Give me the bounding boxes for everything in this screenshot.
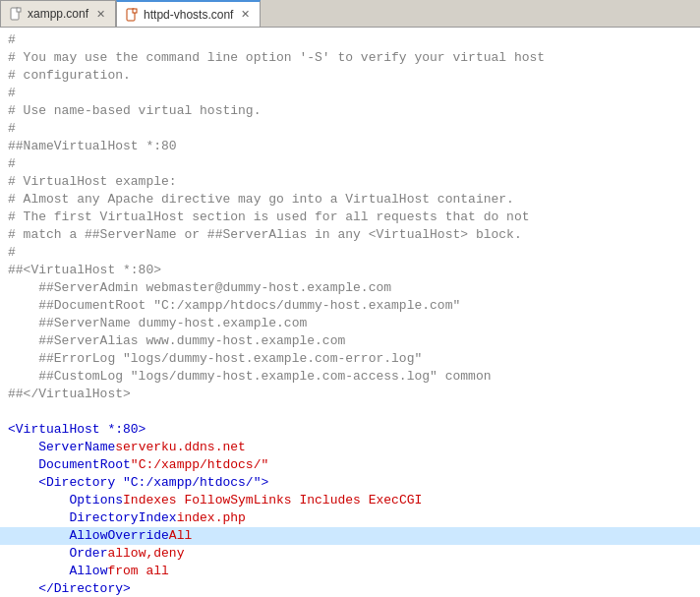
code-line: </Directory>	[0, 580, 700, 597]
file-icon-active	[125, 8, 139, 22]
code-line: AllowOverride All	[0, 527, 700, 545]
code-line: # Almost any Apache directive may go int…	[0, 191, 700, 209]
code-line: # Use name-based virtual hosting.	[0, 102, 700, 120]
code-line	[0, 403, 700, 421]
code-line: DirectoryIndex index.php	[0, 509, 700, 527]
svg-rect-3	[133, 9, 137, 13]
code-line: <VirtualHost *:80>	[0, 421, 700, 439]
tab-xampp-conf-label: xampp.conf	[28, 7, 88, 21]
code-line: ##ServerName dummy-host.example.com	[0, 315, 700, 332]
code-line: Options Indexes FollowSymLinks Includes …	[0, 492, 700, 509]
code-line: # VirtualHost example:	[0, 173, 700, 191]
code-line: <Directory "C:/xampp/htdocs/">	[0, 474, 700, 492]
code-line: ##ServerAlias www.dummy-host.example.com	[0, 332, 700, 350]
code-line: ##ErrorLog "logs/dummy-host.example.com-…	[0, 350, 700, 368]
tab-xampp-conf-close[interactable]: ✕	[93, 7, 107, 21]
code-line: # match a ##ServerName or ##ServerAlias …	[0, 226, 700, 244]
code-line: Order allow,deny	[0, 545, 700, 563]
code-editor[interactable]: ## You may use the command line option '…	[0, 28, 700, 597]
code-line: # configuration.	[0, 67, 700, 85]
tab-bar: xampp.conf ✕ httpd-vhosts.conf ✕	[0, 0, 700, 28]
svg-rect-1	[17, 8, 21, 12]
tab-httpd-vhosts-conf[interactable]: httpd-vhosts.conf ✕	[116, 0, 261, 27]
code-line: #	[0, 120, 700, 138]
code-line: ##ServerAdmin webmaster@dummy-host.examp…	[0, 279, 700, 297]
code-line: Allow from all	[0, 563, 700, 580]
code-line: DocumentRoot "C:/xampp/htdocs/"	[0, 456, 700, 474]
code-line: ##DocumentRoot "C:/xampp/htdocs/dummy-ho…	[0, 297, 700, 315]
code-line: #	[0, 244, 700, 262]
code-line: ServerName serverku.ddns.net	[0, 439, 700, 456]
code-line: # The first VirtualHost section is used …	[0, 209, 700, 226]
code-line: ##CustomLog "logs/dummy-host.example.com…	[0, 368, 700, 386]
code-line: #	[0, 85, 700, 102]
tab-httpd-vhosts-conf-label: httpd-vhosts.conf	[144, 8, 233, 22]
file-icon	[9, 7, 23, 21]
code-line: ##<VirtualHost *:80>	[0, 262, 700, 279]
code-line: #	[0, 155, 700, 173]
tab-xampp-conf[interactable]: xampp.conf ✕	[0, 0, 116, 27]
code-line: ##NameVirtualHost *:80	[0, 138, 700, 155]
code-line: #	[0, 31, 700, 49]
code-line: # You may use the command line option '-…	[0, 49, 700, 67]
tab-httpd-vhosts-conf-close[interactable]: ✕	[238, 8, 252, 22]
code-line: ##</VirtualHost>	[0, 386, 700, 403]
